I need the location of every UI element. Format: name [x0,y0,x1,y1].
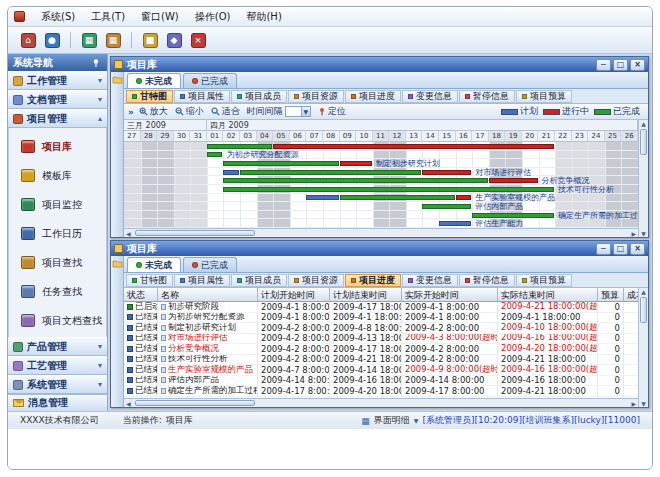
sidebar-item[interactable]: 模板库 [9,161,106,190]
report-button[interactable]: ▦ [79,30,99,50]
subtab[interactable]: 项目进度 [345,274,401,287]
subtab[interactable]: 项目预算 [516,90,572,103]
subtab[interactable]: 暂停信息 [459,90,515,103]
current-folder-tab[interactable] [111,256,124,407]
sidebar-section-work[interactable]: 工作管理 ▾ [8,71,107,90]
sidebar-item[interactable]: 项目文档查找 [9,306,106,335]
zoom-in-button[interactable]: 放大 [137,105,170,118]
gantt-bar[interactable] [223,187,554,192]
sidebar-item[interactable]: 项目查找 [9,248,106,277]
table-row[interactable]: 已结束对市场进行评估2009-4-2 8:00:002009-4-13 18:0… [124,334,638,345]
menu-item[interactable]: 工具(T) [83,8,133,26]
project-tab[interactable]: 已完成 [183,257,237,272]
gantt-bar[interactable] [422,204,471,209]
menu-item[interactable]: 窗口(W) [133,8,187,26]
subtab[interactable]: 项目资源 [288,90,344,103]
sidebar-section-craft[interactable]: 工艺管理 ▾ [8,356,107,375]
subtab[interactable]: 项目进度 [345,90,401,103]
table-row[interactable]: 已启动初步研究阶段2009-4-1 8:00:002009-4-17 18:00… [124,302,638,313]
maximize-icon[interactable]: □ [613,59,628,71]
table-row[interactable]: 已结束技术可行性分析2009-4-2 8:00:002009-4-21 18:0… [124,355,638,366]
project-tab[interactable]: 未完成 [127,257,181,272]
scroll-right-icon[interactable]: ▶ [629,400,638,407]
scrollbar-thumb[interactable] [640,129,647,155]
minimize-icon[interactable]: ─ [596,59,611,71]
table-horizontal-scrollbar[interactable]: ◀ ▶ [124,398,638,407]
gantt-bar[interactable] [223,161,338,166]
subtab[interactable]: 变更信息 [402,274,458,287]
time-interval-dropdown[interactable]: ▼ [285,106,311,117]
scroll-up-icon[interactable]: ▲ [641,288,646,295]
view-detail-dropdown[interactable]: 界面明细 [374,414,410,427]
locate-button[interactable]: 定位 [316,105,348,118]
table-row[interactable]: 已结束评估内部产品2009-4-14 8:00:002009-4-16 18:0… [124,376,638,387]
zoom-out-button[interactable]: 缩小 [173,105,206,118]
gantt-bar[interactable] [207,152,223,157]
subtab[interactable]: 暂停信息 [459,274,515,287]
column-header[interactable]: 计划结束时间 [330,288,402,302]
project-tab[interactable]: 未完成 [127,73,181,88]
gantt-bar[interactable] [439,221,471,226]
gantt-bar[interactable] [223,178,487,183]
scroll-up-icon[interactable]: ▲ [641,120,646,127]
table-row[interactable]: 已结束制定初步研究计划2009-4-2 8:00:002009-4-8 18:0… [124,323,638,334]
home-button[interactable]: ⌂ [18,30,38,50]
sidebar-section-docs[interactable]: 文档管理 ▾ [8,90,107,109]
menu-item[interactable]: 系统(S) [33,8,83,26]
column-header[interactable]: 成本 [624,288,638,302]
settings-button[interactable]: ◆ [164,30,184,50]
gantt-vertical-scrollbar[interactable]: ▲ ▼ [638,120,648,237]
minimize-icon[interactable]: ─ [596,243,611,255]
sidebar-item[interactable]: 项目库 [9,132,106,161]
gantt-bar[interactable] [422,170,471,175]
subtab[interactable]: 项目成员 [231,90,287,103]
table-vertical-scrollbar[interactable]: ▲ ▼ [638,288,648,407]
subtab[interactable]: 项目成员 [231,274,287,287]
overflow-chevron-icon[interactable]: » [128,107,134,117]
scrollbar-thumb[interactable] [640,297,647,323]
gantt-bar[interactable] [472,213,554,218]
gantt-bar[interactable] [306,195,338,200]
sidebar-tab-messages[interactable]: 消息管理 [8,394,107,411]
table-row[interactable]: 已结束生产实验室规模的产品2009-4-7 8:00:002009-4-14 1… [124,365,638,376]
zoom-fit-button[interactable]: 适合 [209,105,242,118]
sidebar-section-project[interactable]: 项目管理 ▴ [8,109,107,128]
sidebar-item[interactable]: 工作日历 [9,219,106,248]
table-row[interactable]: 已结束确定生产所需的加工过程2009-4-17 8:00:002009-4-20… [124,386,638,397]
lock-button[interactable]: ■ [140,30,160,50]
menu-item[interactable]: 帮助(H) [238,8,289,26]
subtab[interactable]: 项目预算 [516,274,572,287]
sidebar-section-system[interactable]: 系统管理 ▾ [8,375,107,394]
scroll-right-icon[interactable]: ▶ [629,230,638,237]
sidebar-item[interactable]: 项目监控 [9,190,106,219]
close-icon[interactable]: × [630,243,645,255]
gantt-window-titlebar[interactable]: 项目库 ─ □ × [111,57,648,72]
subtab[interactable]: 甘特图 [126,274,173,287]
pin-icon[interactable] [92,58,102,68]
current-folder-tab[interactable] [111,72,124,237]
gantt-bar[interactable] [207,144,272,149]
gantt-bar[interactable] [223,170,239,175]
column-header[interactable]: 实际结束时间 [498,288,598,302]
calendar-button[interactable]: ▦ [103,30,123,50]
gantt-bar[interactable] [273,144,554,149]
column-header[interactable]: 预算 [598,288,624,302]
sidebar-item[interactable]: 任务查找 [9,277,106,306]
column-header[interactable]: 状态 [124,288,158,302]
sidebar-section-product[interactable]: 产品管理 ▾ [8,337,107,356]
subtab[interactable]: 变更信息 [402,90,458,103]
scrollbar-thumb[interactable] [135,230,255,236]
subtab[interactable]: 项目属性 [174,274,230,287]
gantt-bar[interactable] [456,195,472,200]
sidebar-header[interactable]: 系统导航 [8,54,107,71]
exit-button[interactable]: × [188,30,208,50]
time-interval-control[interactable]: 时间间隔 ▼ [245,105,313,118]
subtab[interactable]: 甘特图 [126,90,173,103]
caret-down-icon[interactable]: ▼ [414,417,419,424]
scroll-left-icon[interactable]: ◀ [124,400,133,407]
gantt-bar[interactable] [240,170,421,175]
scroll-down-icon[interactable]: ▼ [641,400,646,407]
close-icon[interactable]: × [630,59,645,71]
gantt-bar[interactable] [340,195,455,200]
scroll-down-icon[interactable]: ▼ [641,230,646,237]
